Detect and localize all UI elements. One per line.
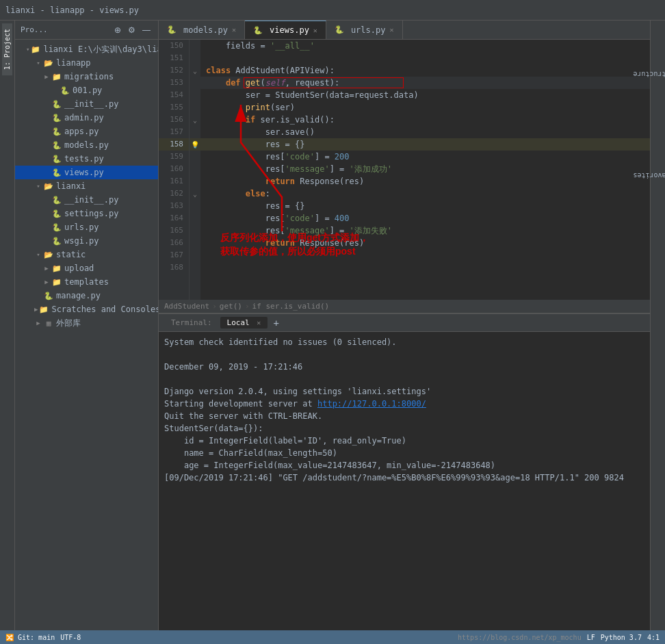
status-watermark: https://blog.csdn.net/xp_mochu (458, 634, 582, 641)
tree-label-settingspy: settings.py (64, 209, 118, 218)
term-line-4 (164, 373, 644, 385)
tree-arrow-views (42, 168, 51, 177)
tree-label-static: static (56, 250, 86, 259)
tab-modelspy[interactable]: 🐍 models.py ✕ (159, 21, 245, 39)
terminal-tab-local[interactable]: Local ✕ (220, 317, 268, 329)
py-icon-tab-models: 🐍 (167, 25, 177, 35)
project-panel-title: Pro... (21, 25, 48, 34)
tree-modelspy[interactable]: 🐍 models.py (15, 138, 158, 152)
panel-settings-btn[interactable]: ⚙ (126, 25, 138, 36)
breadcrumb-addstudent[interactable]: AddStudent (164, 302, 209, 311)
panel-sync-btn[interactable]: ⊕ (112, 25, 123, 36)
breadcrumb-isvalid[interactable]: if ser.is_valid() (252, 302, 330, 311)
gutter-154 (190, 89, 200, 101)
linenum-156: 156 (159, 114, 189, 126)
tree-arrow-external: ▶ (34, 319, 42, 327)
gutter-164 (190, 212, 200, 224)
term-line-9: id = IntegerField(label='ID', read_only=… (164, 435, 644, 447)
tree-001py[interactable]: 🐍 001.py (15, 83, 158, 97)
gutter-152: ⌄ (190, 64, 200, 77)
editor-area: 🐍 models.py ✕ 🐍 views.py ✕ 🐍 urls.py ✕ 1… (159, 21, 650, 630)
tree-lianapp[interactable]: ▾ 📂 lianapp (15, 56, 158, 70)
py-icon-init2: 🐍 (52, 195, 62, 205)
gutter-166 (190, 237, 200, 249)
tree-scratches[interactable]: ▶ 📁 Scratches and Consoles (15, 302, 158, 316)
tree-managepy[interactable]: 🐍 manage.py (15, 289, 158, 302)
linenum-161: 161 (159, 175, 189, 188)
tab-close-urlspy[interactable]: ✕ (389, 26, 393, 34)
linenum-159: 159 (159, 151, 189, 163)
fold-156[interactable]: ⌄ (193, 116, 197, 124)
linenum-157: 157 (159, 126, 189, 138)
lightbulb-158[interactable]: 💡 (191, 141, 199, 149)
sidebar-item-structure[interactable]: Z. Structure (627, 69, 665, 79)
code-line-156: if ser.is_valid(): (200, 114, 650, 126)
folder-icon-scratches: 📁 (39, 305, 49, 314)
tree-initpy-lianapp[interactable]: 🐍 __init__.py (15, 97, 158, 111)
py-icon-tab-views: 🐍 (253, 25, 263, 35)
status-position: 4:1 (647, 634, 660, 641)
linenum-158: 158 (159, 138, 189, 151)
status-left: 🔀 Git: main UTF-8 (5, 634, 81, 641)
panel-minimize-btn[interactable]: — (140, 25, 153, 36)
linenum-160: 160 (159, 163, 189, 175)
tree-migrations[interactable]: ▶ 📁 migrations (15, 70, 158, 83)
code-line-150: fields = '__all__' (200, 40, 650, 52)
fold-152[interactable]: ⌄ (193, 67, 197, 75)
code-editor[interactable]: 150 151 152 153 154 155 156 157 158 159 … (159, 40, 650, 300)
folder-icon-lianapp: 📂 (44, 58, 53, 68)
tree-wsgipy[interactable]: 🐍 wsgi.py (15, 234, 158, 248)
term-link-server[interactable]: http://127.0.0.1:8000/ (317, 399, 426, 409)
code-line-164: res['code'] = 400 (200, 212, 650, 224)
project-tree: ▾ 📁 lianxi E:\小实训\day3\lia... ▾ 📂 lianap… (15, 40, 158, 630)
tree-templates[interactable]: ▶ 📁 templates (15, 275, 158, 289)
py-icon-manage: 🐍 (44, 291, 53, 300)
tree-arrow-root: ▾ (26, 45, 29, 53)
gutter-158: 💡 (190, 138, 200, 151)
tree-external-libs[interactable]: ▶ ▦ 外部库 (15, 316, 158, 330)
top-toolbar: lianxi - lianapp - views.py (0, 0, 665, 21)
tab-urlspy[interactable]: 🐍 urls.py ✕ (326, 21, 403, 39)
terminal-close-local[interactable]: ✕ (257, 319, 261, 326)
code-line-163: res = {} (200, 200, 650, 212)
tree-initpy-lianxi[interactable]: 🐍 __init__.py (15, 193, 158, 207)
tree-label-testspy: tests.py (64, 154, 104, 164)
tree-appspy[interactable]: 🐍 apps.py (15, 125, 158, 138)
gutter-168 (190, 261, 200, 274)
code-line-157: ser.save() (200, 126, 650, 138)
fold-162[interactable]: ⌄ (193, 190, 197, 198)
code-line-168 (200, 261, 650, 274)
editor-tabs: 🐍 models.py ✕ 🐍 views.py ✕ 🐍 urls.py ✕ (159, 21, 650, 40)
gutter-165 (190, 224, 200, 237)
breadcrumb-sep1: › (212, 302, 217, 311)
gutter-160 (190, 163, 200, 175)
term-line-11: age = IntegerField(max_value=2147483647,… (164, 459, 644, 472)
tree-arrow-migrations: ▶ (42, 73, 51, 81)
linenum-163: 163 (159, 200, 189, 212)
breadcrumb-get[interactable]: get() (220, 302, 242, 311)
tree-label-modelspy: models.py (64, 140, 109, 150)
tab-close-modelspy[interactable]: ✕ (232, 26, 236, 34)
code-content[interactable]: fields = '__all__' class AddStudent(APIV… (200, 40, 650, 300)
tree-viewspy[interactable]: 🐍 views.py (15, 166, 158, 179)
tab-close-viewspy[interactable]: ✕ (313, 27, 317, 34)
tree-lianxi[interactable]: ▾ 📂 lianxi (15, 179, 158, 193)
sidebar-item-project[interactable]: 1: Project (2, 23, 12, 75)
tab-viewspy[interactable]: 🐍 views.py ✕ (245, 21, 326, 39)
term-line-1: System check identified no issues (0 sil… (164, 336, 644, 348)
gutter-150 (190, 40, 200, 52)
term-line-7: Quit the server with CTRL-BREAK. (164, 410, 644, 422)
tree-root[interactable]: ▾ 📁 lianxi E:\小实训\day3\lia... (15, 42, 158, 56)
tree-urlspy[interactable]: 🐍 urls.py (15, 220, 158, 234)
tree-adminpy[interactable]: 🐍 admin.py (15, 111, 158, 125)
tree-arrow-init2 (42, 196, 51, 204)
sidebar-item-favorites[interactable]: 2. Favorites (627, 170, 665, 181)
tree-settingspy[interactable]: 🐍 settings.py (15, 207, 158, 220)
tree-upload[interactable]: ▶ 📁 upload (15, 261, 158, 275)
gutter-area: ⌄ ⌄ 💡 ⌄ (190, 40, 200, 300)
terminal-add-btn[interactable]: + (269, 316, 283, 330)
tree-arrow-urls (42, 223, 51, 231)
tree-static[interactable]: ▾ 📂 static (15, 248, 158, 261)
tree-arrow-apps (42, 127, 51, 136)
tree-testspy[interactable]: 🐍 tests.py (15, 152, 158, 166)
